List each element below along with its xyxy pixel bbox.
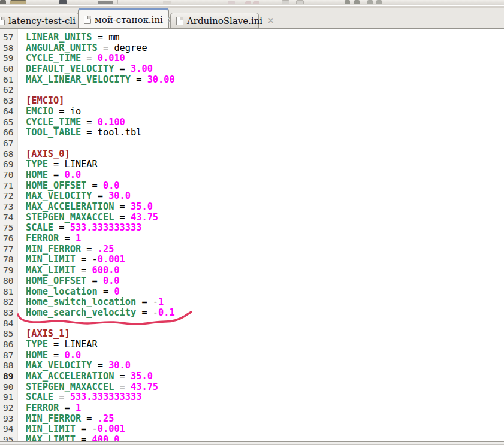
equals-operator: = [53, 222, 70, 233]
toolbar-icon-sliver[interactable] [367, 0, 373, 4]
bottom-status-strip [0, 441, 504, 445]
equals-operator: = [76, 254, 92, 265]
code-line: 64EMCIO = io [0, 107, 504, 117]
code-text: [AXIS_0] [26, 149, 70, 160]
toolbar-icon-sliver[interactable] [376, 0, 382, 4]
ini-key: ANGULAR_UNITS [26, 43, 98, 53]
code-line: 78MIN_LIMIT = -0.001 [0, 255, 504, 265]
code-text: MIN_FERROR = .25 [26, 414, 114, 425]
code-text: Home_location = 0 [26, 287, 120, 298]
code-text: STEPGEN_MAXACCEL = 43.75 [26, 382, 158, 393]
code-line: 60DEFAULT_VELOCITY = 3.00 [0, 64, 504, 75]
tab-bar: latency-test-cli ✕ мой-станок.ini ✕ Ardu… [0, 8, 504, 29]
line-number: 58 [0, 43, 18, 54]
ini-value: 533.333333333 [70, 222, 142, 233]
tab-label: мой-станок.ini [95, 14, 163, 25]
ini-key: DEFAULT_VELOCITY [26, 63, 114, 74]
code-line: 68[AXIS_0] [0, 149, 504, 160]
ini-key: MAX_ACCELERATION [26, 371, 114, 382]
replace-icon[interactable] [345, 0, 350, 4]
tab-arduinoslave-ini[interactable]: ArduinoSlave.ini ✕ [170, 13, 259, 28]
ini-key: TYPE [26, 339, 48, 350]
equals-operator: = [114, 382, 131, 392]
equals-operator: = [76, 265, 92, 276]
code-text: [AXIS_1] [26, 329, 70, 340]
minus-operator: - [153, 307, 158, 318]
find-icon[interactable] [296, 0, 304, 4]
line-number: 92 [0, 403, 18, 414]
ini-value: degree [114, 43, 147, 53]
code-line: 76FERROR = 1 [0, 234, 504, 244]
toolbar-divider [327, 0, 327, 4]
text-editor-area[interactable]: 57LINEAR_UNITS = mm58ANGULAR_UNITS = deg… [0, 29, 504, 441]
copy-icon[interactable] [253, 1, 259, 4]
ini-value: 0.0 [64, 169, 81, 180]
undo-icon[interactable] [163, 1, 171, 4]
code-line: 83Home_search_velocity = -0.1 [0, 308, 504, 319]
line-number: 83 [0, 308, 18, 319]
new-document-icon[interactable] [0, 0, 6, 4]
ini-value: mm [108, 32, 119, 43]
line-number: 61 [0, 75, 18, 86]
line-number: 64 [0, 107, 18, 117]
close-icon[interactable]: ✕ [266, 16, 275, 25]
cut-icon[interactable] [245, 1, 251, 4]
line-number: 89 [0, 371, 18, 382]
redo-icon[interactable] [228, 1, 235, 4]
line-number: 91 [0, 392, 18, 403]
code-line: 93MIN_FERROR = .25 [0, 414, 504, 425]
ini-key: TOOL_TABLE [26, 127, 81, 138]
section-header: [AXIS_0] [26, 149, 70, 159]
code-line: 63[EMCIO] [0, 96, 504, 107]
code-line: 84 [0, 319, 504, 329]
ini-value: 43.75 [131, 382, 158, 392]
open-icon[interactable] [10, 0, 26, 4]
toolbar-icon-sliver[interactable] [354, 0, 360, 4]
ini-key: HOME_OFFSET [26, 276, 86, 286]
ini-key: MIN_FERROR [26, 244, 81, 255]
line-number: 71 [0, 181, 18, 192]
tab-moy-stanok-ini[interactable]: мой-станок.ini ✕ [78, 8, 169, 28]
tab-latency-test-cli[interactable]: latency-test-cli ✕ [0, 13, 79, 28]
save-icon[interactable] [59, 0, 67, 4]
code-line: 72MAX_VELOCITY = 30.0 [0, 191, 504, 202]
code-line: 79MAX_LIMIT = 600.0 [0, 265, 504, 276]
ini-value: io [70, 106, 81, 117]
equals-operator: = [48, 159, 65, 169]
ini-value: 600.0 [92, 265, 120, 276]
code-line: 71HOME_OFFSET = 0.0 [0, 181, 504, 192]
minus-operator: - [153, 296, 158, 307]
ini-value: .25 [98, 413, 114, 424]
ini-value: 30.0 [108, 190, 131, 201]
code-text: MAX_VELOCITY = 30.0 [26, 191, 131, 202]
ini-key: EMCIO [26, 106, 53, 117]
document-icon [0, 17, 5, 25]
equals-operator: = [59, 402, 76, 413]
code-text: CYCLE_TIME = 0.100 [26, 117, 125, 128]
code-line: 85[AXIS_1] [0, 329, 504, 340]
document-icon [176, 17, 183, 25]
tab-label: ArduinoSlave.ini [187, 16, 262, 26]
ini-value: 3.00 [131, 63, 153, 74]
section-header: [EMCIO] [26, 95, 64, 106]
paste-icon[interactable] [282, 0, 289, 4]
ini-key: SCALE [26, 222, 53, 233]
print-icon[interactable] [98, 1, 113, 4]
ini-key: HOME [26, 169, 48, 180]
code-line: 70HOME = 0.0 [0, 170, 504, 181]
line-number: 63 [0, 96, 18, 107]
ini-value: LINEAR [64, 159, 97, 169]
code-line: 66TOOL_TABLE = tool.tbl [0, 128, 504, 138]
code-text: CYCLE_TIME = 0.010 [26, 53, 125, 64]
line-number: 68 [0, 149, 18, 160]
line-number: 74 [0, 213, 18, 223]
code-text: EMCIO = io [26, 107, 81, 117]
code-text: HOME = 0.0 [26, 170, 81, 181]
code-text: Home_search_velocity = -0.1 [26, 308, 175, 319]
code-text: SCALE = 533.333333333 [26, 223, 141, 234]
line-number: 77 [0, 244, 18, 255]
equals-operator: = [59, 233, 76, 244]
toolbar [0, 0, 504, 5]
code-text: MAX_ACCELERATION = 35.0 [26, 371, 153, 382]
equals-operator: = [81, 244, 98, 255]
